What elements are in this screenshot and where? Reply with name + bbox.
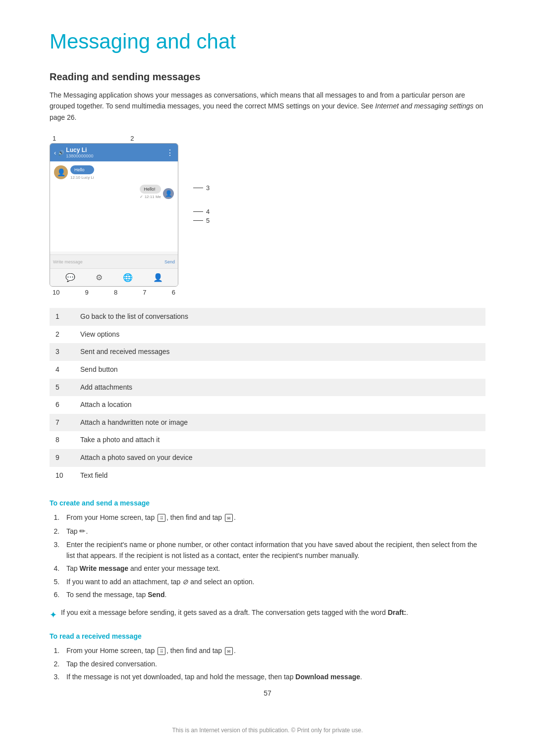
phone-input-area: Write message Send <box>50 254 178 268</box>
page-footer: This is an Internet version of this publ… <box>50 717 485 734</box>
sound-icon: 🔊 <box>58 150 64 155</box>
label-num-6: 6 <box>172 289 175 296</box>
item-desc: Attach a photo saved on your device <box>74 449 485 467</box>
reference-table: 1 Go back to the list of conversations 2… <box>50 308 485 484</box>
item-num: 1 <box>50 308 74 326</box>
table-row: 7 Attach a handwritten note or image <box>50 414 485 432</box>
phone-toolbar: 💬 ⚙ 🌐 👤 <box>50 268 178 286</box>
list-item: From your Home screen, tap ⠿, then find … <box>61 512 485 523</box>
label-num-10: 10 <box>53 289 59 296</box>
received-bubble: Hello <box>70 165 94 174</box>
toolbar-camera-icon: ⚙ <box>96 273 103 282</box>
sent-message: Hello! ✓ 12:11 Me 👤 <box>54 185 174 199</box>
contact-number: 13800000000 <box>66 153 93 158</box>
item-desc: Go back to the list of conversations <box>74 308 485 326</box>
sent-time: ✓ 12:11 Me <box>140 195 161 199</box>
label-num-2: 2 <box>130 135 134 142</box>
phone-header: ‹ 🔊 Lucy Li 13800000000 ⋮ <box>50 144 178 161</box>
item-num: 9 <box>50 449 74 467</box>
list-item: If you want to add an attachment, tap ⊘ … <box>61 576 485 587</box>
label-num-4-right: 4 <box>206 208 210 215</box>
note-box: ✦ If you exit a message before sending, … <box>50 607 485 622</box>
table-row: 8 Take a photo and attach it <box>50 431 485 449</box>
item-desc: Send button <box>74 361 485 379</box>
phone-diagram-area: 1 2 ‹ 🔊 Lucy Li 13800000000 ⋮ 👤 <box>50 135 485 296</box>
item-num: 5 <box>50 379 74 397</box>
contact-name: Lucy Li <box>66 147 93 153</box>
list-item: From your Home screen, tap ⠿, then find … <box>61 645 485 656</box>
item-num: 7 <box>50 414 74 432</box>
table-row: 4 Send button <box>50 361 485 379</box>
item-desc: View options <box>74 326 485 344</box>
read-section: To read a received message From your Hom… <box>50 632 485 682</box>
create-subsection-title: To create and send a message <box>50 499 485 507</box>
label-num-8: 8 <box>114 289 117 296</box>
item-desc: Add attachments <box>74 379 485 397</box>
back-arrow-icon: ‹ <box>54 149 56 156</box>
table-row: 6 Attach a location <box>50 396 485 414</box>
item-desc: Take a photo and attach it <box>74 431 485 449</box>
item-num: 3 <box>50 343 74 361</box>
received-time: 12:10 Lucy Li <box>70 175 94 180</box>
list-item: To send the message, tap Send. <box>61 589 485 600</box>
list-item: Tap Write message and enter your message… <box>61 563 485 574</box>
message-app-icon: ✉ <box>225 514 233 522</box>
message-input: Write message <box>53 259 161 264</box>
list-item: Tap the desired conversation. <box>61 658 485 669</box>
item-num: 4 <box>50 361 74 379</box>
received-message: 👤 Hello 12:10 Lucy Li <box>54 165 174 180</box>
page-title: Messaging and chat <box>50 30 485 53</box>
intro-paragraph: The Messaging application shows your mes… <box>50 90 485 123</box>
note-icon: ✦ <box>50 608 57 622</box>
create-steps: From your Home screen, tap ⠿, then find … <box>50 512 485 600</box>
item-desc: Text field <box>74 467 485 485</box>
item-desc: Attach a handwritten note or image <box>74 414 485 432</box>
table-row: 2 View options <box>50 326 485 344</box>
sent-bubble: Hello! <box>140 185 161 194</box>
list-item: Enter the recipient's name or phone numb… <box>61 539 485 561</box>
apps-icon-2: ⠿ <box>158 647 165 655</box>
item-desc: Sent and received messages <box>74 343 485 361</box>
toolbar-messages-icon: 💬 <box>65 273 75 282</box>
list-item: If the message is not yet downloaded, ta… <box>61 671 485 682</box>
table-row: 10 Text field <box>50 467 485 485</box>
item-num: 10 <box>50 467 74 485</box>
read-steps: From your Home screen, tap ⠿, then find … <box>50 645 485 682</box>
table-row: 9 Attach a photo saved on your device <box>50 449 485 467</box>
item-num: 8 <box>50 431 74 449</box>
label-num-7: 7 <box>143 289 146 296</box>
read-subsection-title: To read a received message <box>50 632 485 640</box>
table-row: 3 Sent and received messages <box>50 343 485 361</box>
page-number: 57 <box>50 689 485 697</box>
avatar: 👤 <box>54 165 68 179</box>
item-num: 2 <box>50 326 74 344</box>
phone-mockup: ‹ 🔊 Lucy Li 13800000000 ⋮ 👤 Hello 1 <box>50 143 178 287</box>
toolbar-location-icon: 🌐 <box>123 273 133 282</box>
note-text: If you exit a message before sending, it… <box>61 607 408 618</box>
apps-icon: ⠿ <box>158 514 165 522</box>
sent-avatar: 👤 <box>163 188 174 199</box>
send-btn: Send <box>164 259 175 264</box>
label-num-3-right: 3 <box>206 184 210 192</box>
more-options-icon: ⋮ <box>166 148 174 157</box>
table-row: 1 Go back to the list of conversations <box>50 308 485 326</box>
message-app-icon-2: ✉ <box>225 647 233 655</box>
create-section: To create and send a message From your H… <box>50 499 485 622</box>
toolbar-contact-icon: 👤 <box>153 273 163 282</box>
label-num-9: 9 <box>85 289 89 296</box>
item-num: 6 <box>50 396 74 414</box>
section-title: Reading and sending messages <box>50 71 485 83</box>
phone-body: 👤 Hello 12:10 Lucy Li Hello! ✓ 12:11 Me <box>50 161 178 252</box>
label-num-5-right: 5 <box>206 217 210 224</box>
label-num-1: 1 <box>53 135 56 142</box>
table-row: 5 Add attachments <box>50 379 485 397</box>
list-item: Tap ✏. <box>61 525 485 537</box>
item-desc: Attach a location <box>74 396 485 414</box>
